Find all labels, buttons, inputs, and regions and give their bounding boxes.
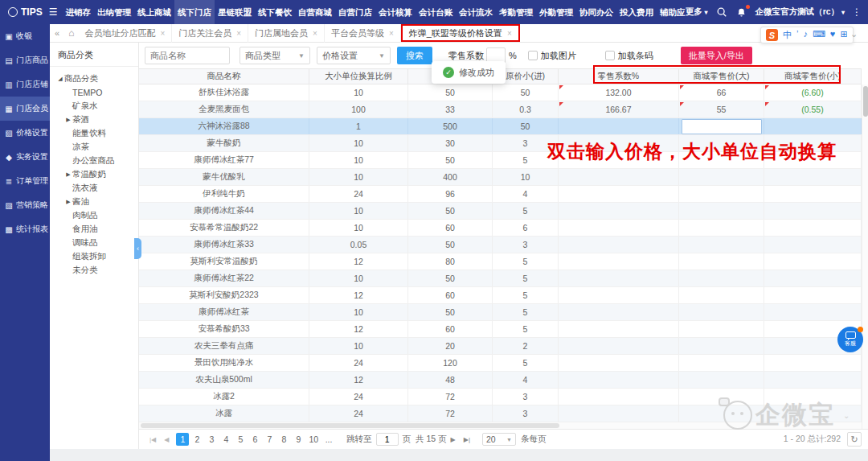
cell-orig-price-big[interactable]: 96 xyxy=(408,186,493,202)
ime-toolbar[interactable]: S 中’♪⌨♥⊞ xyxy=(760,27,854,43)
page-number-button[interactable]: 1 xyxy=(176,433,189,446)
cell-orig-price-big[interactable]: 50 xyxy=(408,237,493,253)
cell-mall-price-small[interactable] xyxy=(764,203,862,219)
page-number-button[interactable]: 5 xyxy=(234,433,247,446)
topbar-menu-item[interactable]: 自营商城 xyxy=(295,0,335,24)
tab-close-icon[interactable]: × xyxy=(160,29,165,38)
scrollbar-thumb[interactable] xyxy=(863,86,868,117)
tree-node[interactable]: 凉茶 xyxy=(50,140,138,154)
cell-orig-price-small[interactable]: 3 xyxy=(493,405,559,422)
cell-unit-ratio[interactable]: 1 xyxy=(309,118,408,134)
cell-mall-price-big[interactable] xyxy=(679,270,764,286)
cell-orig-price-big[interactable]: 20 xyxy=(408,338,493,354)
tree-node[interactable]: 食用油 xyxy=(50,222,138,236)
cell-orig-price-big[interactable]: 50 xyxy=(408,304,493,320)
tab[interactable]: 会员地址分店匹配× xyxy=(78,24,172,43)
cell-orig-price-big[interactable]: 500 xyxy=(408,118,493,134)
more-menu[interactable]: 更多 ▾ xyxy=(686,6,708,18)
cell-mall-price-big[interactable] xyxy=(679,220,764,236)
cell-orig-price-small[interactable]: 5 xyxy=(493,203,559,219)
cell-orig-price-big[interactable]: 60 xyxy=(408,220,493,236)
cell-orig-price-small[interactable]: 5 xyxy=(493,287,559,303)
cell-retail-coef[interactable] xyxy=(559,118,679,134)
load-image-checkbox[interactable]: 加载图片 xyxy=(528,50,576,62)
topbar-menu-item[interactable]: 会计核算 xyxy=(375,0,416,24)
cell-orig-price-big[interactable]: 60 xyxy=(408,321,493,337)
sidebar-item[interactable]: ▣收银 xyxy=(0,24,50,48)
topbar-menu-item[interactable]: 进销存 xyxy=(62,0,94,24)
cell-mall-price-big[interactable] xyxy=(679,169,764,185)
cell-product-name[interactable]: 冰露2 xyxy=(139,389,309,405)
tree-node[interactable]: TEMPO xyxy=(50,85,138,99)
cell-unit-ratio[interactable]: 10 xyxy=(309,220,408,236)
page-number-button[interactable]: 4 xyxy=(219,433,232,446)
cell-product-name[interactable]: 农夫三拳有点痛 xyxy=(139,338,309,354)
sidebar-item[interactable]: ≣订单管理 xyxy=(0,169,50,193)
cell-orig-price-small[interactable]: 5 xyxy=(493,270,559,286)
cell-mall-price-small[interactable] xyxy=(764,270,862,286)
tabs-collapse-icon[interactable]: « xyxy=(50,28,64,38)
cell-mall-price-small[interactable] xyxy=(764,287,862,303)
cell-product-name[interactable]: 六神沐浴露88 xyxy=(139,118,309,134)
prev-page-button[interactable]: ◀ xyxy=(160,436,173,443)
cell-retail-coef[interactable] xyxy=(559,372,679,388)
table-row[interactable]: 康师傅冰红茶10505 xyxy=(139,304,862,321)
cell-mall-price-small[interactable] xyxy=(764,169,862,185)
cell-orig-price-big[interactable]: 33 xyxy=(408,101,493,117)
table-row[interactable]: 蒙牛酸奶10303 xyxy=(139,135,862,152)
tree-collapsed-icon[interactable]: ▶ xyxy=(64,171,72,178)
cell-mall-price-small[interactable] xyxy=(764,253,862,270)
cell-product-name[interactable]: 伊利纯牛奶 xyxy=(139,186,309,202)
topbar-menu-item[interactable]: 会计台账 xyxy=(416,0,456,24)
tab-close-icon[interactable]: × xyxy=(313,29,317,38)
tree-node[interactable]: 调味品 xyxy=(50,236,138,249)
cell-unit-ratio[interactable]: 24 xyxy=(309,186,408,202)
tab[interactable]: 平台会员等级× xyxy=(325,24,401,43)
cell-retail-coef[interactable] xyxy=(559,355,679,371)
page-number-button[interactable]: 6 xyxy=(248,433,261,446)
sidebar-item[interactable]: ▦门店会员 xyxy=(0,97,50,121)
tree-node[interactable]: ▶茶酒 xyxy=(50,113,138,126)
cell-mall-price-big[interactable] xyxy=(679,389,764,405)
cell-mall-price-big[interactable] xyxy=(679,372,764,388)
cell-orig-price-small[interactable]: 50 xyxy=(493,84,559,101)
cell-orig-price-small[interactable]: 10 xyxy=(493,169,559,185)
ime-tool-icon[interactable]: ⊞ xyxy=(840,29,847,41)
cell-orig-price-big[interactable]: 30 xyxy=(408,135,493,151)
cell-unit-ratio[interactable]: 10 xyxy=(309,338,408,354)
cell-mall-price-small[interactable]: (0.55) xyxy=(764,101,862,117)
home-icon[interactable]: ⌂ xyxy=(64,27,78,39)
tree-node[interactable]: 肉制品 xyxy=(50,208,138,222)
table-row[interactable]: 莫斯利安常温酸奶12805 xyxy=(139,253,862,270)
cell-unit-ratio[interactable]: 10 xyxy=(309,84,408,101)
cell-orig-price-big[interactable]: 72 xyxy=(408,405,493,422)
ime-tool-icon[interactable]: ’ xyxy=(796,29,798,41)
price-setting-select[interactable]: 价格设置 ▼ xyxy=(317,47,391,64)
cell-unit-ratio[interactable]: 10 xyxy=(309,203,408,219)
tree-node[interactable]: ◢商品分类 xyxy=(50,72,138,85)
cell-mall-price-big[interactable] xyxy=(679,135,764,151)
tree-node[interactable]: 矿泉水 xyxy=(50,99,138,113)
cell-orig-price-small[interactable]: 5 xyxy=(493,304,559,320)
cell-product-name[interactable]: 蒙牛酸奶 xyxy=(139,135,309,151)
cell-mall-price-big[interactable] xyxy=(679,237,764,253)
tree-node[interactable]: 办公室商品 xyxy=(50,154,138,167)
table-row[interactable]: 蒙牛优酸乳1040010 xyxy=(139,169,862,186)
horizontal-scrollbar[interactable] xyxy=(139,422,862,429)
page-number-button[interactable]: 3 xyxy=(205,433,218,446)
sidebar-item[interactable]: ▨营销策略 xyxy=(0,193,50,217)
cell-retail-coef[interactable] xyxy=(559,253,679,270)
cell-unit-ratio[interactable]: 100 xyxy=(309,101,408,117)
cell-retail-coef[interactable] xyxy=(559,287,679,303)
cell-unit-ratio[interactable]: 24 xyxy=(309,405,408,422)
column-header[interactable]: 商城零售价(小) xyxy=(764,69,862,84)
cell-mall-price-big[interactable] xyxy=(679,355,764,371)
topbar-menu-item[interactable]: 辅助应用 xyxy=(657,0,686,24)
cell-mall-price-big[interactable] xyxy=(679,203,764,219)
cell-mall-price-big[interactable] xyxy=(679,321,764,337)
ime-logo-icon[interactable]: S xyxy=(766,29,778,41)
page-number-button[interactable]: 2 xyxy=(190,433,203,446)
cell-orig-price-small[interactable]: 3 xyxy=(493,389,559,405)
cell-orig-price-small[interactable]: 5 xyxy=(493,355,559,371)
cell-orig-price-big[interactable]: 48 xyxy=(408,372,493,388)
